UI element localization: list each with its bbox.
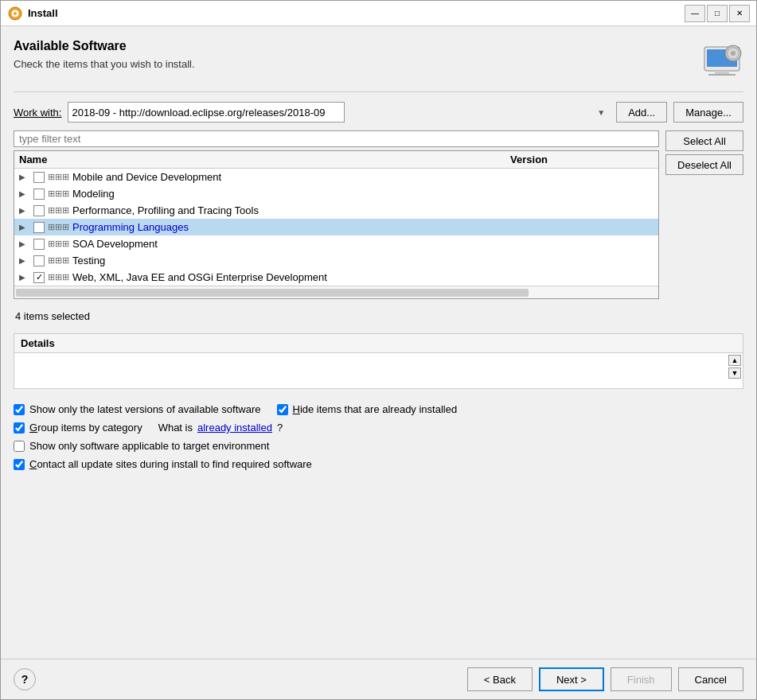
help-button[interactable]: ? xyxy=(14,668,36,690)
item-checkbox-checked[interactable] xyxy=(33,272,45,283)
option-checkbox-2[interactable] xyxy=(277,404,288,415)
expand-icon[interactable]: ▶ xyxy=(19,256,30,265)
details-section: Details ▲ ▼ xyxy=(14,333,743,389)
filter-actions-row: Name Version ▶ ⊞⊞⊞ Mobile and Device Dev… xyxy=(14,130,743,299)
item-checkbox[interactable] xyxy=(33,172,45,183)
page-subtitle: Check the items that you wish to install… xyxy=(14,58,195,70)
option-text-3: Group items by category xyxy=(29,422,142,434)
minimize-button[interactable]: — xyxy=(685,5,705,22)
list-container: Name Version ▶ ⊞⊞⊞ Mobile and Device Dev… xyxy=(14,150,659,299)
list-item[interactable]: ▶ ⊞⊞⊞ Mobile and Device Development xyxy=(14,169,658,185)
expand-icon[interactable]: ▶ xyxy=(19,189,30,198)
option-label-4[interactable]: Show only software applicable to target … xyxy=(29,440,269,452)
options-row-4: Contact all update sites during install … xyxy=(14,458,743,470)
options-row-3: Show only software applicable to target … xyxy=(14,440,743,452)
close-button[interactable]: ✕ xyxy=(729,5,750,22)
item-icon: ⊞⊞⊞ xyxy=(48,222,69,232)
cancel-button[interactable]: Cancel xyxy=(678,667,743,691)
list-body[interactable]: ▶ ⊞⊞⊞ Mobile and Device Development ▶ ⊞⊞… xyxy=(14,169,658,286)
window-controls: — □ ✕ xyxy=(685,5,750,22)
item-checkbox[interactable] xyxy=(33,239,45,250)
item-label: Mobile and Device Development xyxy=(72,171,654,183)
item-label: Web, XML, Java EE and OSGi Enterprise De… xyxy=(72,271,654,283)
item-icon: ⊞⊞⊞ xyxy=(48,272,69,282)
item-label: Programming Languages xyxy=(72,221,654,233)
svg-rect-5 xyxy=(715,71,729,74)
expand-icon[interactable]: ▶ xyxy=(19,239,30,248)
scroll-up-button[interactable]: ▲ xyxy=(728,355,741,366)
option-checkbox-4[interactable] xyxy=(14,441,25,452)
option-text-2: Hide items that are already installed xyxy=(293,403,458,415)
options-row-2: Group items by category What is already … xyxy=(14,422,743,434)
expand-icon[interactable]: ▶ xyxy=(19,223,30,231)
svg-point-9 xyxy=(731,51,736,56)
item-label: Testing xyxy=(72,255,654,266)
options-section: Show only the latest versions of availab… xyxy=(14,397,743,476)
svg-rect-6 xyxy=(708,74,736,76)
filter-list-column: Name Version ▶ ⊞⊞⊞ Mobile and Device Dev… xyxy=(14,130,659,299)
add-button[interactable]: Add... xyxy=(616,102,667,122)
what-is-text: What is xyxy=(158,422,193,434)
details-body: ▲ ▼ xyxy=(14,353,743,385)
item-icon: ⊞⊞⊞ xyxy=(48,205,69,216)
option-text-1: Show only the latest versions of availab… xyxy=(29,403,261,415)
item-checkbox[interactable] xyxy=(33,222,45,233)
expand-icon[interactable]: ▶ xyxy=(19,173,30,181)
option-checkbox-5[interactable] xyxy=(14,459,25,470)
list-item-selected[interactable]: ▶ ⊞⊞⊞ Programming Languages xyxy=(14,219,658,235)
filter-input[interactable] xyxy=(14,130,659,147)
item-label: Modeling xyxy=(72,188,654,200)
item-checkbox[interactable] xyxy=(33,205,45,216)
window-title: Install xyxy=(28,7,685,19)
item-label: Performance, Profiling and Tracing Tools xyxy=(72,204,654,216)
manage-button[interactable]: Manage... xyxy=(673,102,743,122)
list-header: Name Version xyxy=(14,151,658,169)
deselect-all-button[interactable]: Deselect All xyxy=(665,154,743,175)
maximize-button[interactable]: □ xyxy=(707,5,728,22)
app-icon xyxy=(7,6,23,21)
option-item-what-is: What is already installed ? xyxy=(158,422,283,434)
select-all-button[interactable]: Select All xyxy=(665,130,743,151)
list-item[interactable]: ▶ ⊞⊞⊞ Web, XML, Java EE and OSGi Enterpr… xyxy=(14,269,658,286)
option-label-2[interactable]: Hide items that are already installed xyxy=(293,403,458,415)
list-item[interactable]: ▶ ⊞⊞⊞ Testing xyxy=(14,252,658,269)
install-window: Install — □ ✕ Available Software Check t… xyxy=(0,0,757,700)
next-button[interactable]: Next > xyxy=(539,667,604,691)
option-label-3[interactable]: Group items by category xyxy=(29,422,142,434)
option-item-3: Group items by category xyxy=(14,422,142,434)
title-bar: Install — □ ✕ xyxy=(1,1,756,26)
item-icon: ⊞⊞⊞ xyxy=(48,239,69,249)
list-item[interactable]: ▶ ⊞⊞⊞ Performance, Profiling and Tracing… xyxy=(14,202,658,219)
back-button[interactable]: < Back xyxy=(467,667,533,691)
item-icon: ⊞⊞⊞ xyxy=(48,189,69,199)
option-text-4: Show only software applicable to target … xyxy=(29,440,269,452)
status-bar: 4 items selected xyxy=(14,307,743,325)
option-text-5: Contact all update sites during install … xyxy=(29,458,312,470)
header-section: Available Software Check the items that … xyxy=(14,39,743,82)
item-checkbox[interactable] xyxy=(33,255,45,266)
item-checkbox[interactable] xyxy=(33,189,45,200)
already-installed-link[interactable]: already installed xyxy=(197,422,272,434)
option-checkbox-3[interactable] xyxy=(14,422,25,434)
what-is-suffix: ? xyxy=(277,422,283,434)
option-label-5[interactable]: Contact all update sites during install … xyxy=(29,458,312,470)
finish-button[interactable]: Finish xyxy=(611,667,672,691)
option-item-1: Show only the latest versions of availab… xyxy=(14,403,261,415)
header-divider xyxy=(14,91,743,92)
svg-point-2 xyxy=(14,12,17,15)
details-scroll-controls: ▲ ▼ xyxy=(728,355,741,379)
scroll-down-button[interactable]: ▼ xyxy=(728,368,741,379)
col-version-header: Version xyxy=(510,154,654,165)
bottom-actions: < Back Next > Finish Cancel xyxy=(36,667,743,691)
list-item[interactable]: ▶ ⊞⊞⊞ Modeling xyxy=(14,185,658,202)
details-header: Details xyxy=(14,334,743,353)
expand-icon[interactable]: ▶ xyxy=(19,273,30,282)
list-item[interactable]: ▶ ⊞⊞⊞ SOA Development xyxy=(14,235,658,252)
work-with-select[interactable]: 2018-09 - http://download.eclipse.org/re… xyxy=(68,102,345,122)
horizontal-scrollbar[interactable] xyxy=(14,286,658,298)
option-checkbox-1[interactable] xyxy=(14,404,25,415)
expand-icon[interactable]: ▶ xyxy=(19,206,30,215)
work-with-select-wrapper: 2018-09 - http://download.eclipse.org/re… xyxy=(68,102,610,122)
item-icon: ⊞⊞⊞ xyxy=(48,172,69,182)
option-label-1[interactable]: Show only the latest versions of availab… xyxy=(29,403,261,415)
